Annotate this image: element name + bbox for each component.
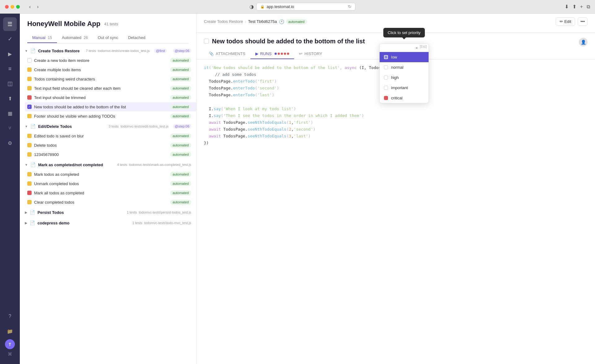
priority-color-box-high xyxy=(384,76,388,80)
close-traffic-light[interactable] xyxy=(5,5,9,9)
edit-button[interactable]: ✏ Edit xyxy=(556,17,575,26)
test-item[interactable]: 12345678900 automated xyxy=(25,150,196,159)
download-icon[interactable]: ⬇ xyxy=(565,4,569,10)
code-line: I.say('Then I see the todos in the order… xyxy=(204,112,588,119)
test-checkbox[interactable] xyxy=(27,77,32,81)
code-token: ( xyxy=(221,106,223,112)
group-tag-step: @step:06 xyxy=(173,49,191,53)
group-header-codepress-demo[interactable]: ▶ 📄 codepress demo 1 tests todomvc-tests… xyxy=(20,218,196,228)
group-header-persist-todos[interactable]: ▶ 📄 Persist Todos 1 tests todomvc-tests\… xyxy=(20,207,196,217)
test-checkbox[interactable] xyxy=(27,134,32,138)
code-token: , xyxy=(291,119,294,126)
priority-option-important[interactable]: important xyxy=(380,83,429,93)
test-item[interactable]: Text input field should be cleared after… xyxy=(25,84,196,93)
group-edit-delete-todos: ▼ 📄 Edit/Delete Todos 3 tests todomvc-te… xyxy=(20,121,196,159)
test-name: Clear completed todos xyxy=(34,200,168,205)
priority-option-normal[interactable]: normal xyxy=(380,62,429,72)
test-item[interactable]: Clear completed todos automated xyxy=(25,197,196,207)
test-checkbox[interactable] xyxy=(27,152,32,157)
plus-icon[interactable]: + xyxy=(580,4,583,10)
code-token: ( xyxy=(286,133,289,140)
group-header-create-todos-restore[interactable]: ▼ 📄 Create Todos Restore 7 tests todomvc… xyxy=(20,46,196,56)
settings-icon-button[interactable]: ⚙ xyxy=(3,136,17,150)
breadcrumb-project[interactable]: Create Todos Restore xyxy=(204,19,243,24)
test-checkbox[interactable] xyxy=(27,191,32,195)
test-item[interactable]: Mark all todos as completed automated xyxy=(25,188,196,197)
test-checkbox[interactable] xyxy=(27,181,32,186)
test-checkbox[interactable] xyxy=(27,67,32,72)
check-icon-button[interactable]: ✓ xyxy=(3,32,17,46)
test-item-selected[interactable]: ✓ New todos should be added to the botto… xyxy=(25,102,196,111)
group-header-mark-completed[interactable]: ▼ 📄 Mark as completed/not completed 4 te… xyxy=(20,160,196,170)
play-icon-button[interactable]: ▶ xyxy=(3,47,17,61)
test-item[interactable]: Create multiple todo items automated xyxy=(25,65,196,74)
test-name: Mark todos as completed xyxy=(34,172,168,177)
tab-manual[interactable]: Manual 15 xyxy=(27,33,57,43)
test-item[interactable]: Create a new todo item restore automated xyxy=(25,56,196,65)
test-checkbox[interactable] xyxy=(27,58,32,63)
test-item[interactable]: Delete todos automated xyxy=(25,141,196,150)
branch-icon-button[interactable]: ⑂ xyxy=(3,121,17,135)
group-mark-completed: ▼ 📄 Mark as completed/not completed 4 te… xyxy=(20,160,196,207)
status-badge: automated xyxy=(170,181,191,186)
code-token: ( xyxy=(221,112,223,119)
test-title-checkbox[interactable] xyxy=(204,39,209,44)
group-header-edit-delete-todos[interactable]: ▼ 📄 Edit/Delete Todos 3 tests todomvc-te… xyxy=(20,121,196,131)
reload-icon[interactable]: ↻ xyxy=(348,4,351,9)
test-item[interactable]: Todos containing weird characters automa… xyxy=(25,74,196,84)
test-checkbox-checked[interactable]: ✓ xyxy=(27,105,32,109)
group-test-count: 4 tests todomvc-tests\mark-as-completed_… xyxy=(117,163,191,167)
nav-back-button[interactable]: ‹ xyxy=(27,3,33,10)
test-checkbox[interactable] xyxy=(27,143,32,147)
layers-icon-button[interactable]: ◫ xyxy=(3,77,17,90)
minimize-traffic-light[interactable] xyxy=(11,5,14,9)
files-icon-button[interactable]: 📁 xyxy=(3,324,17,338)
user-avatar[interactable]: T xyxy=(5,339,15,349)
test-item[interactable]: Text input should be trimmed automated xyxy=(25,93,196,102)
test-checkbox[interactable] xyxy=(27,86,32,90)
more-options-button[interactable]: ••• xyxy=(578,17,588,26)
edit-label: Edit xyxy=(564,19,571,24)
priority-option-high[interactable]: high xyxy=(380,72,429,83)
code-token: ( xyxy=(286,126,289,133)
windows-icon[interactable]: ⧉ xyxy=(587,4,590,10)
theme-icon[interactable]: ◑ xyxy=(249,4,254,10)
tab-runs[interactable]: ▶ RUNS xyxy=(250,49,294,59)
test-name: Text input should be trimmed xyxy=(34,95,168,100)
export-icon-button[interactable]: ⬆ xyxy=(3,92,17,105)
tab-detached[interactable]: Detached xyxy=(123,33,150,43)
test-item[interactable]: Mark todos as completed automated xyxy=(25,170,196,179)
nav-forward-button[interactable]: › xyxy=(35,3,40,10)
list-icon-button[interactable]: ≡ xyxy=(3,62,17,76)
test-item[interactable]: Footer should be visible when adding TOD… xyxy=(25,111,196,121)
priority-option-low[interactable]: low xyxy=(380,52,429,62)
test-item[interactable]: Edited todo is saved on blur automated xyxy=(25,131,196,141)
tab-automated[interactable]: Automated 26 xyxy=(57,33,93,43)
test-checkbox[interactable] xyxy=(27,95,32,100)
menu-icon-button[interactable]: ☰ xyxy=(3,17,17,31)
test-checkbox[interactable] xyxy=(27,172,32,176)
group-test-count: 1 tests todomvc-tests\persist-todos_test… xyxy=(127,210,191,214)
test-name: Create multiple todo items xyxy=(34,67,168,72)
url-bar[interactable]: 🔒 app.testomat.io ↻ xyxy=(256,3,355,11)
test-checkbox[interactable] xyxy=(27,114,32,118)
tab-history[interactable]: ↩ HISTORY xyxy=(294,49,327,59)
test-checkbox[interactable] xyxy=(27,200,32,204)
code-token: seeNthTodoEquals xyxy=(248,126,286,133)
priority-close-button[interactable]: × xyxy=(414,45,419,51)
file-icon: 📄 xyxy=(30,124,36,129)
tooltip-text: Click to set priority xyxy=(388,30,421,35)
tab-out-of-sync[interactable]: Out of sync xyxy=(93,33,123,43)
test-item[interactable]: Unmark completed todos automated xyxy=(25,179,196,188)
maximize-traffic-light[interactable] xyxy=(16,5,20,9)
code-token: ) xyxy=(272,92,274,98)
share-icon[interactable]: ⬆ xyxy=(572,4,576,10)
priority-option-critical[interactable]: critical xyxy=(380,93,429,103)
tab-attachments[interactable]: 📎 ATTACHMENTS xyxy=(204,49,250,59)
status-badge: automated xyxy=(170,58,191,63)
code-token: ( xyxy=(209,64,211,71)
bar-chart-icon-button[interactable]: ▦ xyxy=(3,106,17,120)
clock-icon[interactable]: 🕐 xyxy=(279,19,284,24)
help-icon-button[interactable]: ? xyxy=(3,310,17,323)
test-name: Footer should be visible when adding TOD… xyxy=(34,114,168,119)
